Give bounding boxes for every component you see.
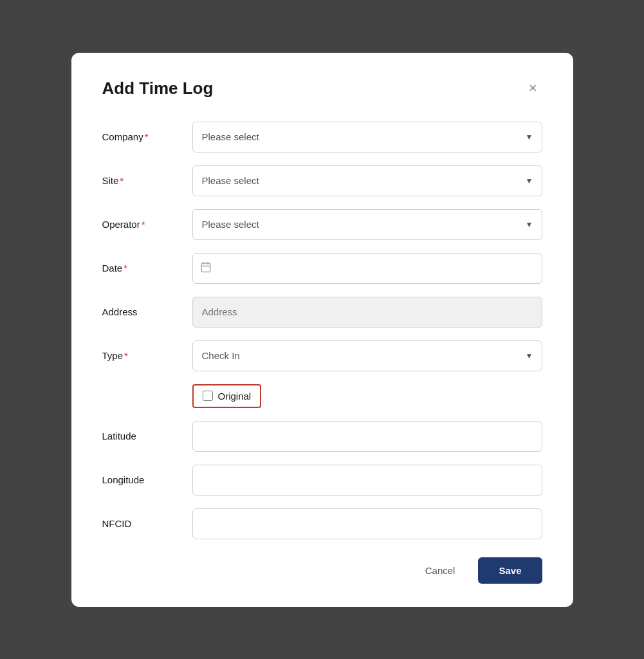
latitude-row: Latitude (102, 421, 542, 452)
date-label: Date* (102, 263, 192, 274)
type-row: Type* Check In Check Out ▼ (102, 340, 542, 371)
site-select-wrapper: Please select ▼ (192, 165, 542, 196)
type-select-wrapper: Check In Check Out ▼ (192, 340, 542, 371)
date-row: Date* (102, 253, 542, 284)
add-time-log-modal: Add Time Log × Company* Please select ▼ … (71, 53, 573, 607)
date-input[interactable] (192, 253, 542, 284)
nfcid-row: NFCID (102, 508, 542, 539)
operator-row: Operator* Please select ▼ (102, 209, 542, 240)
site-row: Site* Please select ▼ (102, 165, 542, 196)
operator-label: Operator* (102, 219, 192, 230)
type-label: Type* (102, 350, 192, 361)
nfcid-label: NFCID (102, 518, 192, 529)
nfcid-input[interactable] (192, 508, 542, 539)
address-row: Address (102, 297, 542, 328)
longitude-row: Longitude (102, 465, 542, 496)
address-label: Address (102, 306, 192, 317)
cancel-button[interactable]: Cancel (412, 559, 468, 582)
save-button[interactable]: Save (478, 557, 542, 584)
latitude-label: Latitude (102, 431, 192, 441)
close-button[interactable]: × (524, 79, 542, 98)
type-select[interactable]: Check In Check Out (192, 340, 542, 371)
modal-footer: Cancel Save (102, 557, 542, 584)
longitude-label: Longitude (102, 474, 192, 485)
original-row: Original (192, 384, 542, 408)
original-checkbox[interactable] (203, 391, 213, 401)
company-label: Company* (102, 131, 192, 142)
original-label: Original (218, 391, 252, 402)
company-select[interactable]: Please select (192, 122, 542, 153)
operator-select-wrapper: Please select ▼ (192, 209, 542, 240)
company-select-wrapper: Please select ▼ (192, 122, 542, 153)
modal-header: Add Time Log × (102, 79, 542, 98)
date-input-wrapper (192, 253, 542, 284)
original-checkbox-container[interactable]: Original (192, 384, 262, 408)
company-row: Company* Please select ▼ (102, 122, 542, 153)
address-input (192, 297, 542, 328)
site-select[interactable]: Please select (192, 165, 542, 196)
modal-overlay: Add Time Log × Company* Please select ▼ … (0, 0, 644, 659)
longitude-input[interactable] (192, 465, 542, 496)
operator-select[interactable]: Please select (192, 209, 542, 240)
modal-title: Add Time Log (102, 79, 214, 98)
latitude-input[interactable] (192, 421, 542, 452)
site-label: Site* (102, 175, 192, 186)
